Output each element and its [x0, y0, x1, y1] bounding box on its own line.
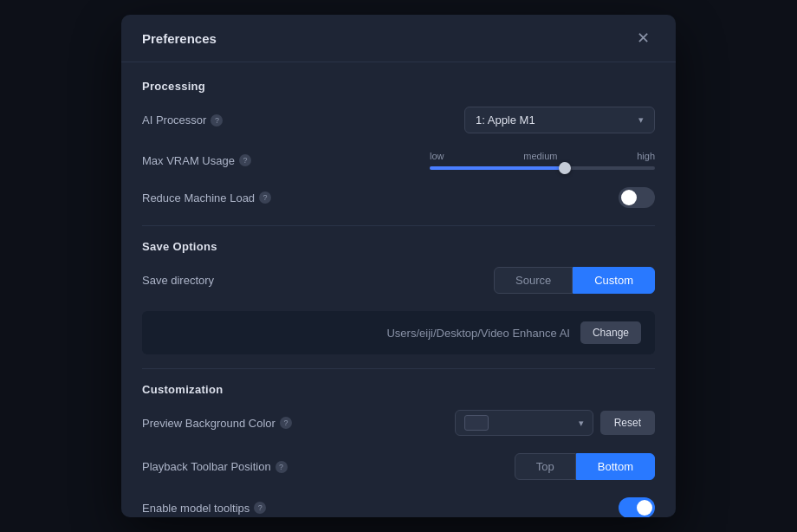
vram-slider-container: low medium high — [430, 151, 655, 170]
path-row: Users/eiji/Desktop/Video Enhance AI Chan… — [142, 311, 655, 354]
source-button[interactable]: Source — [494, 267, 573, 294]
ai-processor-control: 1: Apple M1 ▾ — [298, 107, 655, 133]
ai-processor-help-icon[interactable]: ? — [211, 114, 223, 127]
reduce-load-control — [298, 187, 655, 208]
save-options-title: Save Options — [142, 240, 655, 253]
playback-toolbar-row: Playback Toolbar Position ? Top Bottom — [142, 453, 655, 480]
tooltips-toggle-thumb — [637, 500, 652, 516]
preferences-dialog: Preferences ✕ Processing AI Processor ? … — [121, 15, 676, 517]
ai-processor-row: AI Processor ? 1: Apple M1 ▾ — [142, 107, 655, 133]
ai-processor-dropdown[interactable]: 1: Apple M1 ▾ — [464, 107, 655, 133]
section-divider-1 — [142, 225, 655, 226]
max-vram-control: low medium high — [298, 151, 655, 170]
reduce-machine-load-label: Reduce Machine Load ? — [142, 191, 298, 204]
processing-section-title: Processing — [142, 80, 655, 93]
reset-color-button[interactable]: Reset — [600, 411, 655, 435]
close-button[interactable]: ✕ — [632, 29, 655, 48]
slider-labels: low medium high — [430, 151, 655, 161]
modal-overlay: Preferences ✕ Processing AI Processor ? … — [0, 0, 797, 532]
preview-bg-help-icon[interactable]: ? — [280, 417, 292, 429]
processing-section: Processing AI Processor ? 1: Apple M1 ▾ — [142, 80, 655, 208]
enable-tooltips-label: Enable model tooltips ? — [142, 502, 298, 515]
color-picker-dropdown[interactable]: ▾ — [455, 410, 593, 436]
bottom-button[interactable]: Bottom — [576, 453, 655, 480]
toolbar-position-segmented: Top Bottom — [515, 453, 655, 480]
top-button[interactable]: Top — [515, 453, 576, 480]
enable-tooltips-toggle[interactable] — [619, 497, 655, 517]
toggle-thumb — [621, 190, 637, 205]
enable-tooltips-control — [298, 497, 655, 517]
dialog-body: Processing AI Processor ? 1: Apple M1 ▾ — [121, 62, 676, 517]
save-directory-segmented: Source Custom — [494, 267, 655, 294]
enable-tooltips-row: Enable model tooltips ? — [142, 497, 655, 517]
vram-slider-track[interactable] — [430, 166, 655, 170]
change-path-button[interactable]: Change — [580, 321, 641, 344]
playback-toolbar-control: Top Bottom — [298, 453, 655, 480]
reduce-machine-load-row: Reduce Machine Load ? — [142, 187, 655, 208]
reduce-load-help-icon[interactable]: ? — [259, 191, 271, 204]
customization-title: Customization — [142, 383, 655, 396]
playback-help-icon[interactable]: ? — [275, 461, 288, 473]
dropdown-chevron-icon: ▾ — [638, 114, 644, 126]
tooltips-help-icon[interactable]: ? — [254, 502, 266, 514]
ai-processor-label: AI Processor ? — [142, 114, 298, 127]
slider-fill — [430, 166, 565, 170]
reduce-load-toggle[interactable] — [619, 187, 655, 208]
dialog-title: Preferences — [142, 31, 217, 46]
max-vram-label: Max VRAM Usage ? — [142, 154, 298, 167]
save-path-text: Users/eiji/Desktop/Video Enhance AI — [386, 327, 570, 340]
preview-bg-label: Preview Background Color ? — [142, 417, 298, 430]
save-directory-label: Save directory — [142, 274, 298, 287]
save-directory-row: Save directory Source Custom — [142, 267, 655, 294]
color-swatch — [464, 415, 489, 431]
preview-bg-control: ▾ Reset — [298, 410, 655, 436]
max-vram-row: Max VRAM Usage ? low medium high — [142, 151, 655, 170]
playback-toolbar-label: Playback Toolbar Position ? — [142, 460, 298, 473]
slider-thumb[interactable] — [559, 162, 571, 174]
dialog-header: Preferences ✕ — [121, 15, 676, 62]
color-dropdown-chevron-icon: ▾ — [579, 418, 584, 429]
save-options-section: Save Options Save directory Source Custo… — [142, 240, 655, 354]
save-directory-control: Source Custom — [298, 267, 655, 294]
customization-section: Customization Preview Background Color ?… — [142, 383, 655, 517]
preview-bg-color-row: Preview Background Color ? ▾ Reset — [142, 410, 655, 436]
section-divider-2 — [142, 368, 655, 369]
max-vram-help-icon[interactable]: ? — [239, 154, 251, 166]
custom-button[interactable]: Custom — [573, 267, 655, 294]
